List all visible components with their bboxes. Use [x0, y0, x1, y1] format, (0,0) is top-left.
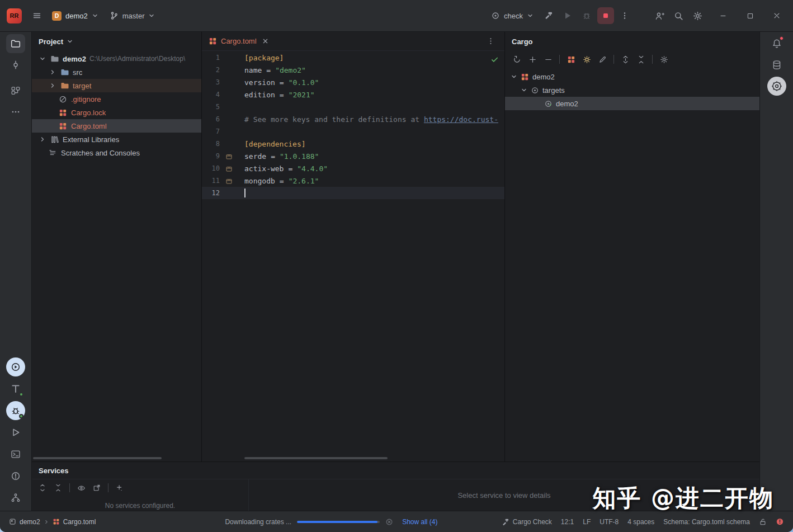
code-with-me-button[interactable] [651, 7, 668, 24]
cancel-progress-icon[interactable] [385, 518, 393, 526]
add-service-icon[interactable] [112, 481, 127, 495]
editor-options-button[interactable] [482, 33, 499, 50]
stop-button[interactable] [597, 7, 614, 24]
crate-icon[interactable] [223, 153, 234, 160]
notifications-button[interactable] [767, 34, 786, 53]
chevron-right-icon[interactable] [39, 136, 46, 143]
inspections-ok-icon[interactable] [490, 55, 499, 64]
services-toolwindow-button[interactable] [6, 357, 25, 376]
database-toolwindow-button[interactable] [767, 55, 786, 74]
cargo-check-label: Cargo Check [513, 518, 552, 526]
collapse-all-icon[interactable] [634, 52, 648, 67]
vcs-branch-widget[interactable]: master [105, 7, 160, 24]
tree-row-cargo-lock[interactable]: Cargo.lock [32, 106, 201, 119]
caret-position-widget[interactable]: 12:1 [561, 518, 574, 526]
crate-icon[interactable] [223, 165, 234, 172]
remove-icon[interactable] [541, 52, 555, 67]
run-toolwindow-button[interactable] [6, 423, 25, 442]
run-configuration-widget[interactable]: check [487, 7, 538, 24]
line-separator-widget[interactable]: LF [583, 518, 591, 526]
cargo-toolwindow-button[interactable] [767, 77, 786, 96]
commit-toolwindow-button[interactable] [6, 55, 25, 74]
tree-row-src[interactable]: src [32, 65, 201, 79]
expand-all-icon[interactable] [618, 52, 632, 67]
collapse-all-icon[interactable] [51, 481, 65, 495]
problems-toolwindow-button[interactable] [6, 467, 25, 486]
code-editor[interactable]: 1 2 3 4 5 6 7 8 9 10 11 [202, 51, 504, 462]
toolbar-divider [652, 55, 653, 64]
project-scrollbar[interactable] [33, 457, 162, 459]
toml-key: serde [244, 152, 266, 161]
minimize-button[interactable] [714, 6, 733, 25]
tree-row-project-root[interactable]: demo2 C:\Users\Administrator\Desktop\ [32, 52, 201, 65]
run-anything-icon[interactable] [579, 52, 594, 67]
structure-toolwindow-button[interactable] [6, 81, 25, 100]
chevron-down-icon[interactable] [511, 73, 517, 80]
cargo-icon[interactable] [564, 52, 578, 67]
breadcrumb-project[interactable]: demo2 [20, 518, 40, 526]
search-everywhere-button[interactable] [670, 7, 687, 24]
maximize-button[interactable] [740, 6, 759, 25]
progress-widget[interactable]: Downloading crates ... Show all (4) [225, 518, 437, 526]
project-widget[interactable]: D demo2 [48, 7, 103, 24]
tree-row-gitignore[interactable]: .gitignore [32, 92, 201, 106]
chevron-down-icon[interactable] [521, 87, 527, 93]
more-toolwindows-button[interactable] [6, 102, 25, 121]
tree-row-cargo-toml[interactable]: Cargo.toml [32, 119, 201, 133]
version-control-toolwindow-button[interactable] [6, 488, 25, 507]
breadcrumb-file[interactable]: Cargo.toml [63, 518, 96, 526]
settings-icon[interactable] [657, 52, 671, 67]
chevron-down-icon[interactable] [39, 55, 46, 62]
scratches-icon [48, 149, 58, 157]
main-menu-button[interactable] [29, 7, 45, 24]
comment-link[interactable]: https://doc.rust- [424, 115, 498, 124]
expand-all-icon[interactable] [35, 481, 50, 495]
lock-icon[interactable] [759, 518, 767, 526]
chevron-right-icon[interactable] [49, 69, 56, 76]
schema-widget[interactable]: Schema: Cargo.toml schema [663, 518, 750, 526]
services-panel-title[interactable]: Services [32, 462, 759, 479]
indent-widget[interactable]: 4 spaces [627, 518, 654, 526]
debug-toolwindow-button[interactable] [6, 401, 25, 420]
tab-cargo-toml[interactable]: Cargo.toml [202, 32, 275, 50]
minimize-icon [719, 12, 727, 20]
run-button[interactable] [559, 7, 576, 24]
encoding-widget[interactable]: UTF-8 [600, 518, 619, 526]
project-panel-header[interactable]: Project [32, 32, 201, 51]
open-in-new-icon[interactable] [89, 481, 104, 495]
toolbar-divider [613, 55, 614, 64]
close-button[interactable] [767, 6, 786, 25]
build-toolwindow-button[interactable] [6, 379, 25, 398]
refresh-icon[interactable] [509, 52, 524, 67]
debug-button[interactable] [578, 7, 595, 24]
more-actions-button[interactable] [616, 7, 633, 24]
editor-scrollbar[interactable] [244, 457, 388, 459]
view-options-icon[interactable] [74, 481, 88, 495]
cargo-check-widget[interactable]: Cargo Check [502, 518, 552, 526]
project-toolwindow-button[interactable] [6, 34, 25, 53]
error-indicator-icon[interactable] [776, 517, 784, 526]
cargo-tree-root[interactable]: demo2 [505, 70, 759, 83]
tree-item-label: Cargo.lock [71, 109, 106, 117]
tree-row-target[interactable]: target [32, 79, 201, 92]
cargo-target-label: demo2 [556, 100, 578, 108]
crate-icon[interactable] [223, 177, 234, 185]
line-number: 4 [202, 91, 220, 98]
add-icon[interactable] [525, 52, 540, 67]
settings-button[interactable] [689, 7, 706, 24]
tree-row-external-libraries[interactable]: External Libraries [32, 133, 201, 146]
cargo-tree-target-demo2[interactable]: demo2 [505, 97, 759, 110]
toolbar-divider [69, 483, 70, 492]
tree-row-scratches[interactable]: Scratches and Consoles [32, 146, 201, 159]
problems-icon [11, 471, 21, 481]
show-all-link[interactable]: Show all (4) [402, 518, 437, 526]
chevron-right-icon[interactable] [49, 82, 56, 89]
tab-close-button[interactable] [261, 36, 271, 46]
text-caret [244, 189, 246, 197]
build-button[interactable] [540, 7, 557, 24]
ellipsis-icon [11, 107, 21, 117]
terminal-toolwindow-button[interactable] [6, 445, 25, 464]
cargo-tree-targets[interactable]: targets [505, 83, 759, 97]
progress-fill [297, 521, 377, 523]
format-icon[interactable] [595, 52, 610, 67]
